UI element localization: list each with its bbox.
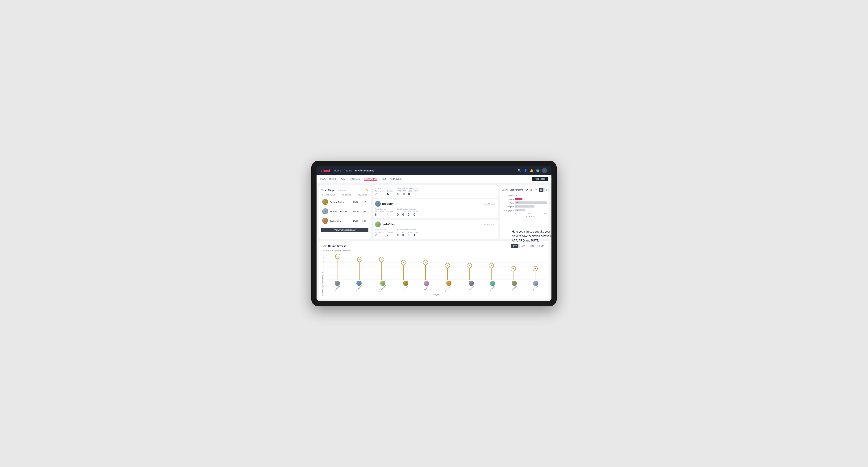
- butler-streak-bubble: 3x: [511, 266, 516, 271]
- bar-crossman: 4x: [445, 263, 450, 280]
- mailer-streak-bubble: 4x: [489, 263, 494, 268]
- first-card-putt-label: PUTT: [414, 190, 418, 192]
- sub-nav-pga[interactable]: PGA: [340, 177, 345, 181]
- chart-subtitle: Off The Tee, Fairway Accuracy: [322, 250, 546, 252]
- sub-nav-all-players[interactable]: All Players: [390, 177, 401, 181]
- player-row[interactable]: 3 Cameron... 17/20 103: [321, 216, 368, 225]
- filter-putt[interactable]: PUTT: [537, 244, 546, 248]
- edit-icon[interactable]: ✏️: [366, 189, 368, 191]
- billingham-streak-bubble: 6x: [379, 257, 384, 262]
- add-team-button[interactable]: Add Team: [532, 177, 548, 181]
- ford-label: D. Ford: [469, 286, 474, 290]
- josh-coles-card: Josh Coles 26 Aug 2023 Total Rounds Tour…: [373, 220, 498, 239]
- josh-coles-header: Josh Coles 26 Aug 2023: [375, 221, 495, 227]
- view-leaderboard-button[interactable]: View Full Leaderboard: [321, 228, 368, 232]
- y-label-3: 3: [323, 270, 324, 272]
- butler-label: R. Butler: [512, 285, 517, 291]
- avatar-quick: C. Quick: [532, 281, 539, 289]
- avatar-crossman: E. Crossman: [444, 281, 453, 289]
- first-card-arg-val: 0: [408, 192, 412, 196]
- search-icon[interactable]: 🔍: [518, 169, 521, 173]
- chart-area: Eagles 3 Birdies: [502, 194, 547, 217]
- dbogeys-bar-container: 131: [515, 209, 547, 212]
- chart-bar-pars: Pars 499: [502, 201, 547, 204]
- bar-billingham: 6x: [379, 257, 384, 280]
- quick-avatar: [533, 281, 538, 286]
- first-card-tournament-val: 7: [375, 192, 384, 196]
- coles-label: J. Coles: [403, 285, 408, 291]
- first-card-practice-activities-label: Total Practice Activities: [398, 187, 418, 189]
- player-row[interactable]: 1 Richard Butler 19/20 110: [321, 197, 368, 206]
- col-score-header: PB SCORE: [342, 194, 351, 196]
- dbogeys-bar: 131: [515, 209, 525, 211]
- birdies-bar: 96: [515, 198, 522, 200]
- x-label-400: 400: [544, 213, 547, 215]
- avatar-ford: D. Ford: [469, 281, 474, 289]
- chart-x-title: Total Shots: [502, 215, 547, 217]
- josh-coles-date: 26 Aug 2023: [484, 223, 495, 225]
- chart-view-btn[interactable]: ▦: [539, 188, 544, 192]
- sub-nav-team-clippd[interactable]: Team Clippd: [364, 177, 377, 181]
- user-icon[interactable]: 👤: [524, 169, 527, 173]
- sub-nav-pgat[interactable]: PGAT Players: [320, 177, 336, 181]
- avatar[interactable]: U: [542, 168, 547, 173]
- list-view-btn[interactable]: ≡: [534, 188, 538, 192]
- panel-header: Team Clippd 14 Players ✏️: [321, 188, 368, 192]
- streaks-chart-inner: 7 6 5 4 3 2 0: [327, 254, 546, 296]
- bell-icon[interactable]: 🔔: [530, 169, 533, 173]
- sub-nav-tour[interactable]: Tour: [381, 177, 386, 181]
- rees-britt-card: Rees Britt 02 Sep 2023 Total Rounds Tour…: [373, 199, 498, 218]
- josh-coles-name: Josh Coles: [382, 223, 483, 226]
- rees-britt-avatar: [375, 201, 381, 207]
- ford-streak-bubble: 4x: [467, 263, 472, 268]
- sub-nav-hcaps[interactable]: Hcaps 1-5: [349, 177, 360, 181]
- y-label-5: 5: [323, 261, 324, 263]
- col-headers: PLAYER NAME PB SCORE PB AVG SQ: [321, 194, 368, 196]
- x-label-0: 0: [515, 213, 516, 215]
- birdies-label: Birdies: [502, 198, 514, 200]
- player-avatar-1: 1: [322, 199, 328, 205]
- nav-my-performance[interactable]: My Performance: [355, 169, 374, 172]
- avatar-coles: J. Coles: [403, 281, 409, 289]
- coles-streak-bubble: 5x: [401, 260, 406, 265]
- butler-streak-line: [513, 271, 514, 280]
- avatar-billingham: D. Billingham: [378, 281, 388, 289]
- bottom-section: Best Round Streaks OTT APP ARG PUTT Off …: [319, 241, 549, 299]
- first-card-ott-label: OTT: [398, 190, 401, 192]
- x-label-200: 200: [528, 213, 531, 215]
- period-select[interactable]: Last 3 months: [507, 188, 529, 192]
- first-card-arg-label: ARG: [408, 190, 412, 192]
- mailer-label: M. Mailer: [489, 285, 495, 291]
- player-score-3: 17/20: [352, 220, 360, 222]
- filter-app[interactable]: APP: [519, 244, 527, 248]
- filter-ott[interactable]: OTT: [511, 244, 519, 248]
- chart-bar-birdies: Birdies 96: [502, 198, 547, 200]
- filter-arg[interactable]: ARG: [528, 244, 536, 248]
- mailer-streak-line: [491, 268, 492, 280]
- player-count: 14 Players: [337, 189, 346, 191]
- annotation-area: Here you can see streaks your players ha…: [512, 229, 559, 243]
- avatar-ebert: E. Ebert: [334, 281, 340, 289]
- rees-britt-date: 02 Sep 2023: [484, 203, 495, 205]
- settings-icon[interactable]: ⚙️: [536, 169, 540, 173]
- grid-view-btn[interactable]: ⊞: [529, 188, 533, 192]
- first-card-practice-val: 6: [387, 192, 394, 196]
- col-name-header: PLAYER NAME: [322, 194, 335, 196]
- birdies-bar-container: 96: [515, 198, 547, 200]
- nav-teams[interactable]: Teams: [344, 169, 352, 172]
- show-label: Show: [502, 189, 507, 191]
- player-avatar-2: 2: [322, 208, 328, 214]
- ford-streak-line: [469, 268, 470, 280]
- other-view-btn[interactable]: ↕: [545, 188, 549, 192]
- ebert-bubble-line: 7x: [335, 254, 340, 280]
- y-label-4: 4: [323, 266, 324, 267]
- player-name-2: Edward Crossman: [330, 210, 350, 213]
- player-row[interactable]: 2 Edward Crossman 18/20 107: [321, 207, 368, 216]
- mcharg-bubble-line: 6x: [357, 257, 362, 280]
- y-label-6: 6: [323, 257, 324, 258]
- player-name-1: Richard Butler: [330, 201, 350, 203]
- streaks-section-header: Best Round Streaks OTT APP ARG PUTT: [322, 244, 546, 248]
- panel-title-area: Team Clippd 14 Players: [321, 188, 346, 192]
- nav-home[interactable]: Home: [334, 169, 341, 172]
- eagles-bar: 3: [515, 194, 516, 196]
